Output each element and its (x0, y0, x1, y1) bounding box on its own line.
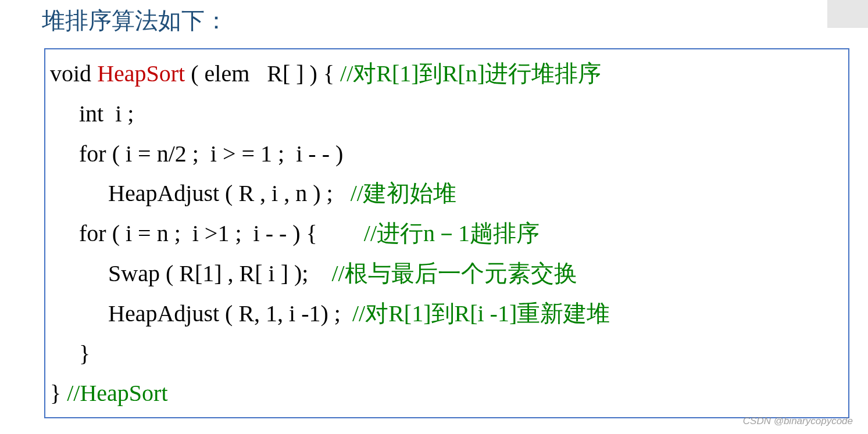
code-text: ( elem R[ ] ) { (185, 60, 340, 87)
code-line-4: HeapAdjust ( R , i , n ) ; //建初始堆 (50, 174, 844, 214)
code-text: HeapAdjust ( R, 1, i -1) ; (50, 300, 352, 327)
code-line-6: Swap ( R[1] , R[ i ] ); //根与最后一个元素交换 (50, 254, 844, 294)
code-comment: //对R[1]到R[i -1]重新建堆 (352, 300, 610, 327)
code-text: for ( i = n/2 ; i > = 1 ; i - - ) (50, 141, 343, 167)
code-line-5: for ( i = n ; i >1 ; i - - ) { //进行n－1趟排… (50, 214, 844, 254)
corner-decoration (827, 0, 868, 28)
code-comment: //进行n－1趟排序 (364, 220, 540, 246)
code-comment: //建初始堆 (351, 180, 456, 206)
code-text: void (50, 60, 97, 87)
code-line-8: } (50, 334, 844, 374)
function-name: HeapSort (97, 60, 185, 87)
code-text: HeapAdjust ( R , i , n ) ; (50, 180, 351, 206)
code-text: for ( i = n ; i >1 ; i - - ) { (50, 220, 364, 246)
code-line-3: for ( i = n/2 ; i > = 1 ; i - - ) (50, 134, 844, 174)
section-title: 堆排序算法如下： (0, 0, 868, 48)
code-line-2: int i ; (50, 94, 844, 134)
code-line-7: HeapAdjust ( R, 1, i -1) ; //对R[1]到R[i -… (50, 294, 844, 334)
watermark: CSDN @binarycopycode (743, 415, 853, 427)
code-comment: //对R[1]到R[n]进行堆排序 (340, 60, 601, 87)
code-line-1: void HeapSort ( elem R[ ] ) { //对R[1]到R[… (50, 54, 844, 94)
code-comment: //HeapSort (67, 380, 167, 406)
code-text: int i ; (50, 101, 134, 127)
code-text: Swap ( R[1] , R[ i ] ); (50, 260, 331, 286)
code-line-9: } //HeapSort (50, 374, 844, 414)
code-comment: //根与最后一个元素交换 (331, 260, 577, 286)
code-block: void HeapSort ( elem R[ ] ) { //对R[1]到R[… (44, 48, 849, 418)
code-text: } (50, 380, 67, 406)
code-text: } (50, 340, 90, 367)
